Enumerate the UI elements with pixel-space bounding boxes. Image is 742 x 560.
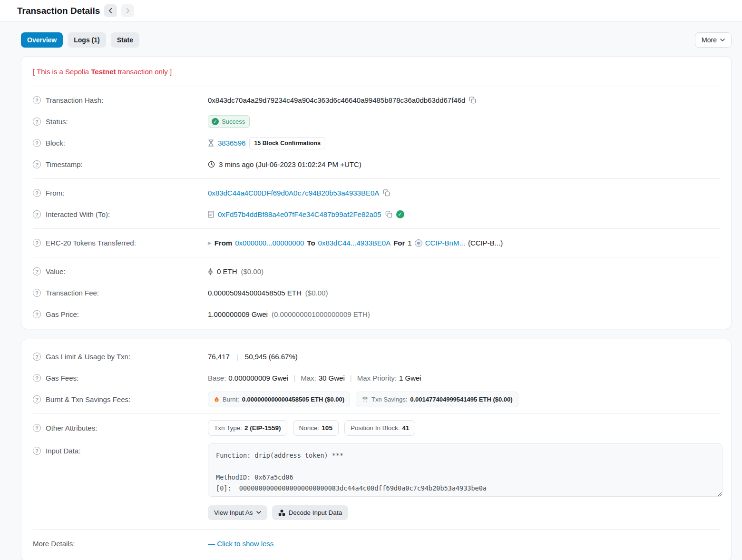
gas-fees-label: Gas Fees: — [46, 374, 78, 382]
view-input-as-label: View Input As — [214, 509, 253, 516]
txn-type-label: Txn Type: — [214, 424, 242, 432]
row-value: ? Value: 0 ETH ($0.00) — [33, 261, 720, 282]
help-icon[interactable]: ? — [33, 239, 41, 247]
chevron-down-icon — [720, 39, 725, 42]
divider — [33, 529, 720, 530]
view-input-as-button[interactable]: View Input As — [208, 505, 267, 520]
testnet-warning: [ This is a Sepolia Testnet transaction … — [33, 60, 720, 82]
transfer-from-address-link[interactable]: 0x000000...00000000 — [235, 239, 304, 247]
value-amount: 0 ETH — [217, 267, 237, 275]
from-label: From: — [46, 189, 64, 197]
row-from: ? From: 0x83dC44a4C00DFf69d0A0c7c94B20b5… — [33, 182, 720, 204]
transfer-to-address-link[interactable]: 0x83dC44...4933BE0A — [318, 239, 391, 247]
tab-logs[interactable]: Logs (1) — [68, 32, 106, 48]
gas-price-gwei: 1.000000009 Gwei — [208, 310, 268, 318]
transaction-fee-label: Transaction Fee: — [46, 289, 99, 297]
gas-price-label: Gas Price: — [46, 310, 79, 318]
token-icon — [415, 239, 422, 247]
status-badge: ✓ Success — [208, 115, 250, 128]
base-fee-value: 0.000000009 Gwei — [228, 374, 288, 382]
more-button-label: More — [702, 36, 717, 44]
gas-limit-value: 76,417 — [208, 353, 230, 361]
help-icon[interactable]: ? — [33, 160, 41, 168]
divider — [33, 413, 720, 414]
row-burnt-savings: ? Burnt & Txn Savings Fees: Burnt: 0.000… — [33, 389, 720, 410]
warning-bold: Testnet — [91, 68, 116, 76]
contract-file-icon — [208, 211, 214, 218]
transfer-to-word: To — [307, 239, 315, 247]
max-priority-fee-label: Max Priority: — [357, 374, 397, 382]
tabs-row: Overview Logs (1) State More — [0, 22, 742, 56]
decode-input-data-button[interactable]: Decode Input Data — [272, 505, 349, 520]
row-gas-price: ? Gas Price: 1.000000009 Gwei (0.0000000… — [33, 304, 720, 325]
row-interacted-with: ? Interacted With (To): 0xFd57b4ddBf88a4… — [33, 204, 720, 225]
to-address-link[interactable]: 0xFd57b4ddBf88a4e07fF4e34C487b99af2Fe82a… — [218, 210, 381, 218]
chevron-left-icon — [108, 8, 113, 13]
eth-diamond-icon — [208, 268, 213, 275]
row-gas-fees: ? Gas Fees: Base: 0.000000009 Gwei | Max… — [33, 367, 720, 389]
more-dropdown-button[interactable]: More — [695, 32, 732, 48]
help-icon[interactable]: ? — [33, 447, 41, 455]
help-icon[interactable]: ? — [33, 96, 41, 104]
separator: | — [347, 374, 355, 382]
tab-state[interactable]: State — [111, 32, 139, 48]
transfer-amount: 1 — [408, 239, 411, 247]
previous-transaction-button[interactable] — [104, 4, 117, 17]
separator: | — [234, 353, 241, 361]
help-icon[interactable]: ? — [33, 139, 41, 147]
help-icon[interactable]: ? — [33, 424, 41, 432]
copy-icon[interactable] — [385, 211, 392, 218]
token-name-link[interactable]: CCIP-BnM... — [425, 239, 465, 247]
transaction-fee-usd: ($0.00) — [305, 289, 328, 297]
chevron-right-icon — [125, 8, 130, 13]
block-number-link[interactable]: 3836596 — [218, 139, 245, 147]
block-confirmations-badge: 15 Block Confirmations — [249, 137, 325, 149]
txn-type-value: 2 (EIP-1559) — [244, 424, 281, 432]
block-label: Block: — [46, 139, 65, 147]
help-icon[interactable]: ? — [33, 210, 41, 218]
help-icon[interactable]: ? — [33, 353, 41, 361]
help-icon[interactable]: ? — [33, 189, 41, 197]
tab-overview[interactable]: Overview — [21, 32, 63, 48]
show-less-link[interactable]: — Click to show less — [208, 540, 273, 548]
input-data-textarea[interactable]: Function: drip(address token) *** Method… — [208, 443, 722, 497]
timestamp-value: 3 mins ago (Jul-06-2023 01:02:24 PM +UTC… — [219, 160, 361, 168]
divider — [33, 178, 720, 179]
chevron-down-icon — [256, 511, 261, 514]
other-attributes-label: Other Attributes: — [46, 424, 97, 432]
decode-cubes-icon — [278, 510, 285, 516]
row-status: ? Status: ✓ Success — [33, 111, 720, 132]
from-address-link[interactable]: 0x83dC44a4C00DFf69d0A0c7c94B20b53a4933BE… — [208, 189, 379, 197]
copy-icon[interactable] — [383, 189, 390, 196]
page-title: Transaction Details — [17, 6, 100, 16]
help-icon[interactable]: ? — [33, 118, 41, 126]
row-erc20-transfers: ? ERC-20 Tokens Transferred: ▶ From 0x00… — [33, 232, 720, 254]
help-icon[interactable]: ? — [33, 395, 41, 403]
burnt-fee-badge: Burnt: 0.000000000000458505 ETH ($0.00) — [208, 392, 350, 407]
caret-right-icon: ▶ — [208, 240, 212, 246]
divider — [33, 228, 720, 229]
divider — [33, 257, 720, 257]
fire-icon — [214, 396, 220, 403]
position-in-block-value: 41 — [402, 424, 409, 432]
more-details-label: More Details: — [33, 540, 75, 548]
help-icon[interactable]: ? — [33, 289, 41, 297]
help-icon[interactable]: ? — [33, 374, 41, 382]
max-fee-value: 30 Gwei — [319, 374, 345, 382]
help-icon[interactable]: ? — [33, 267, 41, 275]
decode-input-data-label: Decode Input Data — [289, 509, 342, 516]
page-header: Transaction Details — [0, 0, 742, 22]
transfer-for-word: For — [393, 239, 405, 247]
burnt-label: Burnt: — [223, 396, 239, 403]
hourglass-icon — [208, 139, 214, 147]
transaction-hash-label: Transaction Hash: — [46, 96, 103, 104]
input-data-label: Input Data: — [46, 447, 80, 455]
position-in-block-badge: Position In Block: 41 — [344, 420, 416, 436]
txn-savings-badge: Txn Savings: 0.001477404999541495 ETH ($… — [356, 392, 518, 407]
transaction-hash-value: 0x843dc70a4a29d79234c49a904c363d6c46640a… — [208, 96, 465, 104]
copy-icon[interactable] — [469, 97, 476, 104]
row-more-details: More Details: — Click to show less — [33, 533, 720, 554]
help-icon[interactable]: ? — [33, 310, 41, 318]
clock-icon — [208, 161, 215, 168]
next-transaction-button[interactable] — [121, 4, 134, 17]
